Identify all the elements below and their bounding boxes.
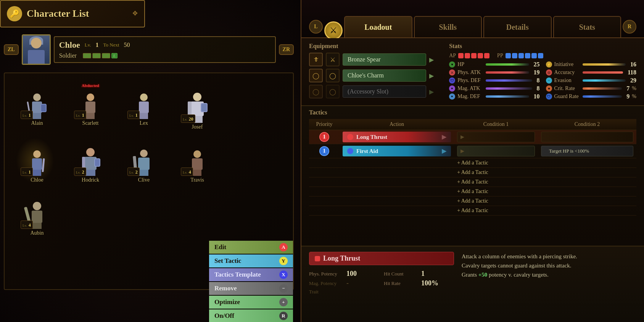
bottom-panel: Long Thrust Phys. Potency 100 Hit Count …: [301, 246, 644, 322]
zr-button[interactable]: ZR: [279, 44, 294, 55]
crit-label: Crit. Rate: [554, 85, 580, 92]
add-tactic-row-5[interactable]: + Add a Tactic: [309, 196, 636, 206]
tab-details[interactable]: Details: [483, 16, 552, 37]
hp-bar: E: [83, 53, 118, 58]
hp-pip-2: [92, 53, 101, 58]
add-tactic-3: + Add a Tactic: [309, 177, 636, 187]
character-portrait: [22, 34, 51, 65]
action-bar-long-thrust: Long Thrust ▶: [343, 132, 451, 142]
tab-skills[interactable]: Skills: [414, 16, 482, 37]
phys-potency-row: Phys. Potency 100: [309, 270, 379, 278]
minus-button-icon: −: [279, 284, 288, 293]
acc1-slot-icon: ◯: [326, 69, 340, 82]
char-card-lex[interactable]: Lv. 1 Lex: [119, 81, 169, 130]
tab-stats-label: Stats: [579, 23, 595, 32]
ap-gems: [458, 53, 489, 58]
equipment-stats-row: Equipment 🗡 ⚔ Bronze Spear ▶ ◯ ◯ Chloe': [309, 43, 636, 101]
crit-percent: %: [632, 85, 636, 92]
add-tactic-row-3[interactable]: + Add a Tactic: [309, 177, 636, 187]
stat-initiative: ⚡ Initiative 16: [546, 61, 636, 68]
stat-phys-atk: ⚔ Phys. ATK 19: [449, 69, 539, 76]
char-card-josef[interactable]: Lv. 20 Josef: [172, 81, 222, 130]
context-remove[interactable]: Remove −: [209, 282, 293, 295]
context-tactics-template[interactable]: Tactics Template X: [209, 268, 293, 281]
condition1-cell-1: ▶: [454, 130, 538, 144]
context-optimize[interactable]: Optimize +: [209, 296, 293, 309]
equip-item-weapon[interactable]: 🗡 ⚔ Bronze Spear ▶: [309, 53, 434, 66]
level-label: Lv.: [85, 42, 91, 48]
char-name-josef: Josef: [192, 124, 203, 130]
char-card-alain[interactable]: Lv. 1 Alain: [12, 81, 62, 130]
context-set-tactic[interactable]: Set Tactic Y: [209, 254, 293, 267]
char-card-scarlett[interactable]: Abducted Lv. 1 Scarlett: [66, 81, 115, 130]
add-tactic-1: + Add a Tactic: [309, 158, 636, 168]
guard-percent: %: [632, 93, 636, 100]
char-name-aubin: Aubin: [31, 230, 44, 236]
context-edit-label: Edit: [214, 243, 226, 251]
tactic-row-first-aid[interactable]: 1 First Aid ▶ ▶: [309, 144, 636, 158]
patk-bar: [486, 71, 529, 74]
accessory1-arrow: ▶: [429, 72, 434, 79]
char-card-aubin[interactable]: Lv. 4 Aubin: [12, 191, 62, 236]
add-tactic-row-2[interactable]: + Add a Tactic: [309, 168, 636, 177]
add-tactic-6: + Add a Tactic: [309, 206, 636, 216]
ap-gem-4: [478, 53, 483, 58]
pdef-value: 8: [537, 77, 540, 84]
priority-cell-2: 1: [309, 144, 340, 158]
context-template-label: Tactics Template: [214, 271, 261, 279]
phys-potency-label: Phys. Potency: [309, 271, 343, 277]
char-card-hodrick[interactable]: Lv. 2 Hodrick: [66, 138, 115, 183]
mdef-label: Mag. DEF: [457, 93, 483, 100]
mdef-value: 10: [534, 93, 540, 100]
pdef-bar: [486, 79, 532, 82]
equip-item-accessory1[interactable]: ◯ ◯ Chloe's Charm ▶: [309, 69, 434, 82]
char-info-box: Chloe Lv. 1 To Next 50 Soldier E: [54, 36, 276, 63]
char-card-chloe[interactable]: Lv. 1 Chloe: [12, 138, 62, 183]
hp-value: 25: [534, 61, 540, 68]
context-onoff[interactable]: On/Off R: [209, 309, 293, 322]
nav-right-button[interactable]: R: [623, 20, 636, 34]
plus-button-icon: +: [279, 298, 288, 306]
character-name: Chloe: [59, 40, 80, 50]
action-bar-first-aid: First Aid ▶: [343, 146, 451, 156]
portrait-body: [28, 50, 45, 64]
add-tactic-row-6[interactable]: + Add a Tactic: [309, 206, 636, 216]
equip-item-accessory2[interactable]: ◯ ◯ (Accessory Slot) ▶: [309, 85, 434, 98]
tactics-table-header: Priority Action Condition 1 Condition 2: [309, 119, 636, 130]
equipment-stats-section: Equipment 🗡 ⚔ Bronze Spear ▶ ◯ ◯ Chloe': [301, 38, 644, 106]
tab-details-label: Details: [506, 23, 529, 32]
context-onoff-label: On/Off: [214, 312, 234, 320]
matk-bar: [486, 87, 532, 90]
abducted-badge: Abducted: [82, 82, 99, 89]
add-tactic-row-1[interactable]: + Add a Tactic: [309, 158, 636, 168]
tab-stats[interactable]: Stats: [553, 16, 621, 37]
patk-stat-icon: ⚔: [449, 69, 455, 76]
char-card-travis[interactable]: Lv. 4 Travis: [172, 138, 222, 183]
character-grid: Lv. 1 Alain Ab: [4, 72, 294, 290]
context-menu: Edit A Set Tactic Y Tactics Template X R…: [209, 241, 293, 322]
weapon-name: Bronze Spear: [343, 53, 426, 66]
weapon-arrow: ▶: [429, 56, 434, 63]
hit-rate-label: Hit Rate: [384, 280, 418, 287]
phys-potency-value: 100: [346, 270, 357, 278]
context-edit[interactable]: Edit A: [209, 241, 293, 254]
matk-label: Mag. ATK: [457, 85, 483, 92]
skill-description: Attack a column of enemies with a pierci…: [462, 252, 636, 317]
char-card-clive[interactable]: Lv. 2 Clive: [119, 138, 169, 183]
acc-label: Accuracy: [554, 69, 580, 76]
action-header: Action: [340, 119, 454, 130]
tab-loadout[interactable]: Loadout: [344, 16, 412, 37]
character-class: Soldier: [59, 52, 77, 59]
priority-header: Priority: [309, 119, 340, 130]
pp-gem-3: [518, 53, 524, 58]
init-bar: [583, 63, 626, 66]
add-tactic-5: + Add a Tactic: [309, 196, 636, 206]
acc2-slot-icon: ◯: [326, 85, 340, 98]
tactic-row-long-thrust[interactable]: 1 Long Thrust ▶ ▶: [309, 130, 636, 144]
tab-bar: L ⚔ Loadout Skills Details Stats R: [301, 0, 644, 38]
stat-crit-rate: ★ Crit. Rate 7 %: [546, 85, 636, 92]
zl-button[interactable]: ZL: [4, 44, 19, 55]
char-list-header: 🔑 Character List ❖: [0, 0, 145, 27]
nav-left-button[interactable]: L: [309, 20, 323, 34]
add-tactic-row-4[interactable]: + Add a Tactic: [309, 187, 636, 196]
